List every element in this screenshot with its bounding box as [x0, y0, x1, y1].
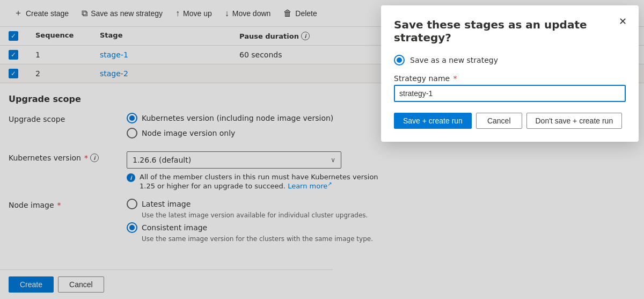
save-new-strategy-radio[interactable]	[394, 55, 405, 65]
strategy-name-label: Strategy name *	[394, 74, 626, 83]
dialog-close-button[interactable]: ✕	[615, 14, 630, 29]
dialog-cancel-button[interactable]: Cancel	[476, 113, 522, 129]
strategy-name-input[interactable]	[394, 85, 626, 102]
dialog-actions: Save + create run Cancel Don't save + cr…	[394, 113, 626, 129]
save-new-strategy-label: Save as a new strategy	[410, 56, 498, 64]
save-create-run-button[interactable]: Save + create run	[394, 113, 472, 129]
strategy-name-field: Strategy name *	[394, 74, 626, 113]
save-strategy-dialog: Save these stages as an update strategy?…	[381, 5, 639, 142]
dialog-overlay: Save these stages as an update strategy?…	[0, 0, 644, 299]
strategy-name-required: *	[453, 74, 457, 83]
save-new-strategy-radio-dot	[397, 57, 402, 63]
dialog-radio-row: Save as a new strategy	[394, 55, 626, 65]
dont-save-create-run-button[interactable]: Don't save + create run	[526, 113, 623, 129]
dialog-title: Save these stages as an update strategy?	[394, 18, 626, 44]
